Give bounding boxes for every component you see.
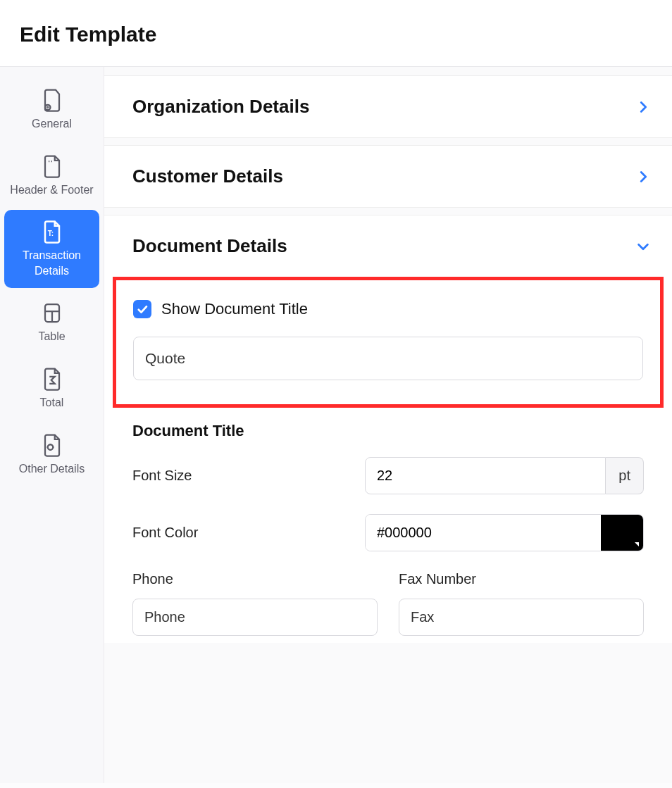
page-header: Edit Template	[0, 0, 672, 67]
phone-label: Phone	[132, 571, 378, 587]
panel-document-details: Document Details Show Document Title Doc…	[104, 215, 672, 643]
sidebar-item-label: Other Details	[19, 461, 85, 477]
other-details-icon	[42, 433, 63, 457]
sidebar-item-general[interactable]: General	[4, 78, 99, 142]
panel-customer-details: Customer Details	[104, 145, 672, 208]
phone-fax-row: Phone Fax Number	[132, 571, 644, 636]
sidebar-item-label: General	[32, 116, 72, 132]
total-icon	[42, 367, 63, 391]
panel-toggle-customer[interactable]: Customer Details	[104, 146, 672, 207]
highlight-show-document-title: Show Document Title	[113, 277, 664, 408]
font-size-control: pt	[365, 457, 644, 494]
panel-title: Customer Details	[132, 165, 283, 187]
font-color-control	[365, 514, 644, 551]
sidebar-item-label: Total	[40, 395, 64, 411]
svg-point-4	[47, 444, 53, 450]
header-footer-icon	[42, 154, 63, 178]
show-document-title-checkbox[interactable]	[133, 300, 151, 318]
chevron-down-icon	[635, 239, 651, 254]
panel-title: Document Details	[132, 235, 287, 257]
show-document-title-row: Show Document Title	[133, 300, 643, 318]
font-color-input[interactable]	[366, 515, 601, 551]
panel-body-document: Show Document Title Document Title Font …	[104, 277, 672, 643]
panel-title: Organization Details	[132, 96, 309, 118]
sidebar-item-other-details[interactable]: Other Details	[4, 423, 99, 487]
font-color-label: Font Color	[132, 525, 365, 541]
font-size-label: Font Size	[132, 468, 365, 484]
show-document-title-label: Show Document Title	[161, 300, 308, 318]
sidebar-nav: General Header & Footer T: Transaction D…	[0, 67, 104, 783]
content-area: Organization Details Customer Details Do…	[104, 67, 672, 783]
fax-label: Fax Number	[399, 571, 644, 587]
document-title-input[interactable]	[133, 337, 643, 380]
sidebar-item-transaction-details[interactable]: T: Transaction Details	[4, 210, 99, 288]
transaction-details-icon: T:	[42, 220, 63, 244]
panel-toggle-organization[interactable]: Organization Details	[104, 76, 672, 137]
panel-toggle-document[interactable]: Document Details	[104, 215, 672, 277]
sidebar-item-header-footer[interactable]: Header & Footer	[4, 144, 99, 208]
font-size-row: Font Size pt	[132, 457, 644, 494]
font-size-input[interactable]	[365, 457, 606, 494]
sidebar-item-table[interactable]: Table	[4, 291, 99, 354]
document-title-heading: Document Title	[132, 422, 644, 440]
chevron-right-icon	[635, 99, 651, 115]
font-color-swatch[interactable]	[601, 515, 643, 551]
panel-organization-details: Organization Details	[104, 75, 672, 138]
font-color-row: Font Color	[132, 514, 644, 551]
general-icon	[42, 88, 63, 112]
fax-input[interactable]	[399, 599, 644, 636]
page-title: Edit Template	[20, 23, 672, 46]
svg-point-1	[47, 107, 48, 108]
table-icon	[42, 301, 63, 325]
svg-text:T:: T:	[47, 230, 53, 237]
phone-input[interactable]	[132, 599, 378, 636]
sidebar-item-label: Transaction Details	[10, 248, 94, 278]
sidebar-item-label: Table	[38, 329, 65, 344]
font-size-unit: pt	[606, 457, 644, 494]
sidebar-item-total[interactable]: Total	[4, 357, 99, 420]
sidebar-item-label: Header & Footer	[10, 182, 93, 198]
chevron-right-icon	[635, 169, 651, 185]
